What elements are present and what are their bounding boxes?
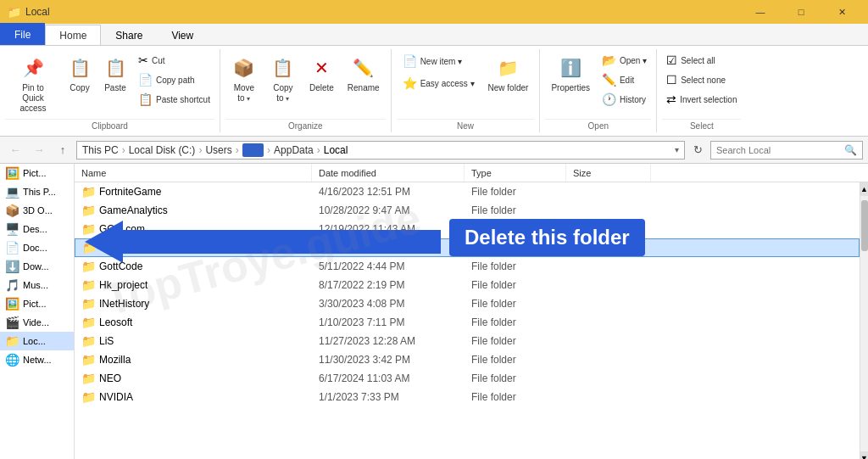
file-item-hkproject[interactable]: 📁 Hk_project 8/17/2022 2:19 PM File fold…: [75, 276, 860, 294]
copy-button[interactable]: 📋 Copy: [63, 51, 97, 97]
search-input[interactable]: [716, 145, 841, 155]
file-item-leosoft[interactable]: 📁 Leosoft 1/10/2023 7:11 PM File folder: [75, 313, 860, 332]
delete-button[interactable]: ✕ Delete: [303, 51, 340, 97]
col-header-name[interactable]: Name: [75, 164, 312, 182]
address-path-bar[interactable]: This PC › Local Disk (C:) › Users › › Ap…: [76, 141, 685, 160]
tab-share[interactable]: Share: [101, 25, 157, 45]
paste-shortcut-button[interactable]: 📋 Paste shortcut: [134, 90, 214, 109]
scrollbar-up-button[interactable]: ▲: [860, 182, 868, 196]
file-size-leosoft: [566, 313, 651, 331]
file-size-inethistory: [566, 294, 651, 312]
file-item-lis[interactable]: 📁 LiS 11/27/2023 12:28 AM File folder: [75, 332, 860, 350]
back-button[interactable]: ←: [5, 140, 25, 160]
sidebar-item-videos[interactable]: 🎬 Vide...: [0, 313, 74, 332]
sidebar-music-label: Mus...: [23, 280, 48, 290]
col-header-size[interactable]: Size: [566, 164, 651, 182]
file-item-inethistory[interactable]: 📁 INetHistory 3/30/2023 4:08 PM File fol…: [75, 294, 860, 313]
file-size-gameanalytics: [566, 201, 651, 219]
file-date-lis: 11/27/2023 12:28 AM: [312, 332, 465, 350]
sidebar-item-downloads[interactable]: ⬇️ Dow...: [0, 257, 74, 276]
file-item-nvidia[interactable]: 📁 NVIDIA 1/1/2023 7:33 PM File folder: [75, 388, 860, 406]
copy-to-button[interactable]: 📋 Copyto ▾: [264, 51, 302, 107]
path-segment-local[interactable]: Local: [324, 144, 348, 156]
select-none-button[interactable]: ☐ Select none: [662, 70, 741, 89]
invert-label: Invert selection: [680, 95, 737, 104]
tab-home[interactable]: Home: [45, 25, 101, 45]
open-icon: 📂: [602, 53, 616, 67]
cut-button[interactable]: ✂ Cut: [134, 51, 214, 70]
close-button[interactable]: ✕: [822, 0, 861, 24]
easy-access-icon: ⭐: [403, 76, 417, 90]
select-all-button[interactable]: ☑ Select all: [662, 51, 741, 70]
sidebar-music-icon: 🎵: [5, 278, 19, 292]
file-type-gameanalytics: File folder: [465, 201, 566, 219]
sidebar-thispc-icon: 💻: [5, 185, 19, 199]
path-segment-appdata[interactable]: AppData: [274, 144, 314, 156]
copy-path-button[interactable]: 📄 Copy path: [134, 70, 214, 89]
ribbon-toolbar: 📌 Pin to Quick access 📋 Copy 📋 Paste ✂: [0, 46, 868, 137]
file-item-fortnitegame[interactable]: 📁 FortniteGame 4/16/2023 12:51 PM File f…: [75, 182, 860, 201]
maximize-button[interactable]: □: [782, 0, 821, 24]
file-name-inethistory: 📁 INetHistory: [75, 294, 312, 312]
rename-label: Rename: [348, 83, 380, 93]
move-to-button[interactable]: 📦 Moveto ▾: [225, 51, 263, 107]
file-item-neo[interactable]: 📁 NEO 6/17/2024 11:03 AM File folder: [75, 369, 860, 388]
path-segment-thispc[interactable]: This PC: [82, 144, 119, 156]
history-button[interactable]: 🕐 History: [598, 90, 651, 109]
new-folder-button[interactable]: 📁 New folder: [482, 51, 535, 97]
file-list-scrollbar[interactable]: ▲ ▼: [860, 182, 868, 459]
sidebar-item-thispc[interactable]: 💻 This P...: [0, 182, 74, 201]
refresh-button[interactable]: ↻: [688, 141, 707, 160]
scrollbar-down-button[interactable]: ▼: [860, 451, 868, 459]
path-segment-users[interactable]: Users: [205, 144, 231, 156]
invert-selection-button[interactable]: ⇄ Invert selection: [662, 90, 741, 109]
col-header-type[interactable]: Type: [465, 164, 566, 182]
up-button[interactable]: ↑: [53, 140, 73, 160]
sidebar-item-docs[interactable]: 📄 Doc...: [0, 238, 74, 257]
file-item-gameanalytics[interactable]: 📁 GameAnalytics 10/28/2022 9:47 AM File …: [75, 201, 860, 220]
file-date-neo: 6/17/2024 11:03 AM: [312, 369, 465, 387]
search-box[interactable]: 🔍: [710, 141, 863, 160]
path-dropdown-chevron[interactable]: ▾: [675, 145, 679, 154]
tab-view[interactable]: View: [157, 25, 208, 45]
forward-button[interactable]: →: [29, 140, 49, 160]
edit-button[interactable]: ✏️ Edit: [598, 70, 651, 89]
folder-icon: 📁: [82, 241, 97, 255]
sidebar-pict-label: Pict...: [23, 168, 47, 178]
file-date-gameanalytics: 10/28/2022 9:47 AM: [312, 201, 465, 219]
paste-button[interactable]: 📋 Paste: [98, 51, 132, 97]
sidebar-item-music[interactable]: 🎵 Mus...: [0, 276, 74, 294]
new-label: New: [397, 119, 535, 131]
organize-label: Organize: [225, 119, 386, 131]
sidebar-item-desktop[interactable]: 🖥️ Des...: [0, 220, 74, 238]
path-segment-user[interactable]: [242, 143, 264, 157]
select-none-label: Select none: [681, 76, 726, 85]
ribbon-group-new: 📄 New item ▾ ⭐ Easy access ▾ 📁 New folde…: [392, 49, 541, 132]
file-date-mozilla: 11/30/2023 3:42 PM: [312, 350, 465, 368]
sidebar-item-pict[interactable]: 🖼️ Pict...: [0, 164, 74, 182]
new-item-button[interactable]: 📄 New item ▾: [397, 51, 481, 71]
sidebar-downloads-icon: ⬇️: [5, 260, 19, 273]
file-item-gottcode[interactable]: 📁 GottCode 5/11/2022 4:44 PM File folder: [75, 257, 860, 276]
sidebar-item-3d[interactable]: 📦 3D O...: [0, 201, 74, 220]
easy-access-button[interactable]: ⭐ Easy access ▾: [397, 73, 481, 93]
copy-to-icon: 📋: [272, 54, 293, 81]
paste-label: Paste: [104, 83, 126, 93]
tab-file[interactable]: File: [0, 23, 45, 45]
col-header-date[interactable]: Date modified: [312, 164, 465, 182]
minimize-button[interactable]: —: [741, 0, 780, 24]
open-small-buttons: 📂 Open ▾ ✏️ Edit 🕐 History: [598, 51, 651, 109]
open-button[interactable]: 📂 Open ▾: [598, 51, 651, 70]
sidebar-item-pictures[interactable]: 🖼️ Pict...: [0, 294, 74, 313]
scrollbar-thumb[interactable]: [861, 200, 868, 251]
sidebar-item-network[interactable]: 🌐 Netw...: [0, 350, 74, 369]
copy-to-label: Copyto ▾: [273, 83, 292, 104]
file-item-mozilla[interactable]: 📁 Mozilla 11/30/2023 3:42 PM File folder: [75, 350, 860, 369]
sidebar-pictures-label: Pict...: [23, 299, 47, 309]
sidebar-local-label: Loc...: [23, 336, 46, 346]
sidebar-item-local[interactable]: 📁 Loc...: [0, 332, 74, 350]
path-segment-localdisk[interactable]: Local Disk (C:): [129, 144, 196, 156]
pin-to-quick-access-button[interactable]: 📌 Pin to Quick access: [5, 51, 61, 117]
properties-button[interactable]: ℹ️ Properties: [545, 51, 596, 97]
rename-button[interactable]: ✏️ Rename: [342, 51, 386, 97]
